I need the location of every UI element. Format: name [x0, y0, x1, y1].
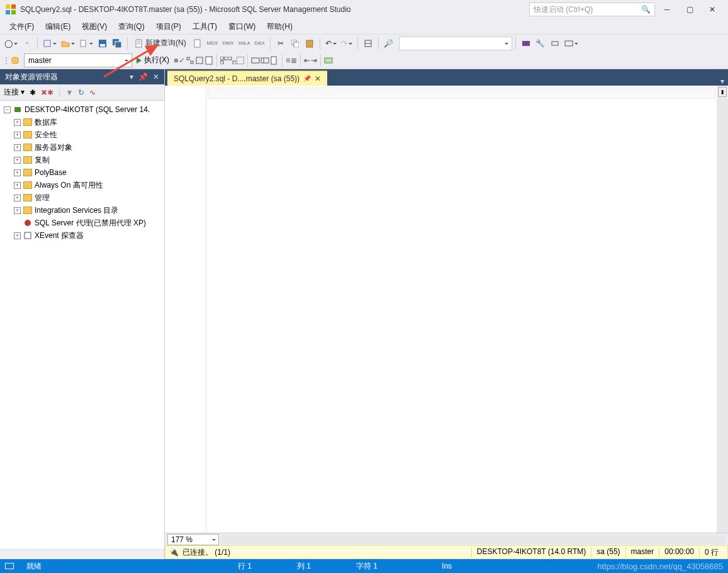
find-input[interactable]: [399, 37, 512, 50]
menu-file[interactable]: 文件(F): [5, 20, 38, 33]
navigate-forward-button[interactable]: •: [20, 37, 34, 50]
dax-query-icon[interactable]: DAX: [252, 37, 266, 50]
decrease-indent-icon[interactable]: ⇤: [304, 56, 310, 65]
tab-close-icon[interactable]: ✕: [315, 74, 321, 83]
database-select[interactable]: master: [24, 54, 132, 67]
sync-icon[interactable]: ∿: [89, 88, 96, 97]
tree-node-xevent[interactable]: +XEvent 探查器: [0, 229, 164, 242]
comment-icon[interactable]: ≡: [286, 56, 290, 65]
maximize-button[interactable]: ▢: [679, 2, 700, 17]
menu-edit[interactable]: 编辑(E): [41, 20, 75, 33]
new-query-button[interactable]: 新建查询(N): [131, 37, 190, 50]
svg-rect-32: [237, 57, 244, 64]
paste-button[interactable]: [303, 37, 316, 50]
editor-vscrollbar[interactable]: [717, 98, 728, 533]
save-button[interactable]: [96, 37, 109, 50]
expand-icon[interactable]: +: [14, 157, 21, 164]
include-plan-icon[interactable]: [228, 57, 236, 64]
tree-server-node[interactable]: − DESKTOP-4IKOT8T (SQL Server 14.: [0, 103, 164, 116]
copy-button[interactable]: [288, 37, 302, 50]
increase-indent-icon[interactable]: ⇥: [311, 56, 317, 65]
panel-pin-icon[interactable]: 📌: [138, 72, 148, 81]
results-to-file-icon[interactable]: [270, 56, 279, 65]
tree-node-agent[interactable]: SQL Server 代理(已禁用代理 XP): [0, 217, 164, 229]
display-plan-icon[interactable]: [186, 56, 194, 65]
registered-servers-icon[interactable]: [548, 37, 562, 50]
quick-launch-input[interactable]: 快速启动 (Ctrl+Q) 🔍: [529, 3, 655, 16]
expand-icon[interactable]: +: [14, 182, 21, 189]
add-item-button[interactable]: [77, 37, 95, 50]
tabs-dropdown-icon[interactable]: ▾: [717, 77, 728, 86]
expand-icon[interactable]: +: [14, 144, 21, 151]
query-options-icon[interactable]: [195, 56, 204, 65]
results-to-text-icon[interactable]: [251, 56, 260, 65]
activity-monitor-icon[interactable]: [519, 37, 533, 50]
template-explorer-icon[interactable]: [563, 37, 580, 50]
xmla-query-icon[interactable]: XMLA: [236, 37, 252, 50]
undo-button[interactable]: ↶: [323, 37, 339, 50]
tree-node-databases[interactable]: +数据库: [0, 116, 164, 128]
tree-node-security[interactable]: +安全性: [0, 128, 164, 141]
split-editor-button[interactable]: ⬍: [718, 87, 727, 97]
collapse-icon[interactable]: −: [4, 106, 11, 113]
sidebar-hscrollbar[interactable]: [0, 549, 164, 559]
panel-dropdown-icon[interactable]: ▾: [130, 72, 133, 81]
expand-icon[interactable]: +: [14, 169, 21, 176]
menu-view[interactable]: 视图(V): [77, 20, 111, 33]
parse-button[interactable]: ✓: [179, 56, 185, 65]
menu-bar: 文件(F) 编辑(E) 视图(V) 查询(Q) 项目(P) 工具(T) 窗口(W…: [0, 19, 728, 34]
debug-button[interactable]: ■: [174, 56, 178, 65]
database-engine-query-icon[interactable]: [191, 37, 204, 50]
document-tab-active[interactable]: SQLQuery2.sql - D....master (sa (55)) 📌 …: [167, 71, 327, 86]
minimize-button[interactable]: ─: [656, 2, 678, 17]
tree-node-management[interactable]: +管理: [0, 191, 164, 204]
menu-query[interactable]: 查询(Q): [114, 20, 148, 33]
tree-node-polybase[interactable]: +PolyBase: [0, 166, 164, 179]
find-button[interactable]: 🔎: [382, 37, 396, 50]
menu-project[interactable]: 项目(P): [152, 20, 186, 33]
object-explorer-tree[interactable]: − DESKTOP-4IKOT8T (SQL Server 14. +数据库 +…: [0, 101, 164, 549]
new-project-button[interactable]: [41, 37, 59, 50]
tree-node-integration[interactable]: +Integration Services 目录: [0, 204, 164, 217]
results-to-grid-icon[interactable]: [260, 56, 269, 65]
close-button[interactable]: ✕: [702, 2, 723, 17]
open-file-button[interactable]: [59, 37, 77, 50]
tree-node-replication[interactable]: +复制: [0, 154, 164, 166]
zoom-select[interactable]: 177 %: [167, 534, 219, 545]
connect-dropdown[interactable]: 连接 ▾: [4, 87, 25, 98]
menu-window[interactable]: 窗口(W): [224, 20, 260, 33]
include-stats-icon[interactable]: [220, 57, 228, 64]
stop-icon[interactable]: ✖✱: [41, 88, 53, 97]
sql-editor[interactable]: [206, 86, 717, 533]
properties-button[interactable]: [361, 37, 375, 50]
menu-help[interactable]: 帮助(H): [262, 20, 297, 33]
disconnect-icon[interactable]: ✱: [30, 88, 36, 97]
cut-button[interactable]: ✂: [274, 37, 288, 50]
save-all-button[interactable]: [110, 37, 124, 50]
expand-icon[interactable]: +: [14, 119, 21, 126]
filter-icon[interactable]: ▼: [65, 88, 73, 97]
expand-icon[interactable]: +: [14, 232, 21, 239]
refresh-icon[interactable]: ↻: [78, 88, 84, 97]
editor-hscrollbar[interactable]: [221, 535, 725, 545]
uncomment-icon[interactable]: ≣: [291, 56, 297, 65]
include-live-stats-icon[interactable]: [237, 57, 244, 64]
change-connection-icon[interactable]: ⋮: [3, 56, 10, 65]
specify-values-icon[interactable]: [324, 56, 333, 65]
tab-pin-icon[interactable]: 📌: [303, 75, 311, 82]
tree-node-server-objects[interactable]: +服务器对象: [0, 141, 164, 154]
expand-icon[interactable]: +: [14, 195, 21, 201]
panel-close-icon[interactable]: ✕: [153, 72, 159, 81]
expand-icon[interactable]: +: [14, 207, 21, 214]
navigate-back-button[interactable]: ◯: [3, 37, 20, 50]
wrench-icon[interactable]: 🔧: [534, 37, 547, 50]
expand-icon[interactable]: +: [14, 132, 21, 139]
execute-button[interactable]: 执行(X): [133, 54, 173, 67]
dmx-query-icon[interactable]: DMX: [220, 37, 235, 50]
mdx-query-icon[interactable]: MDX: [205, 37, 220, 50]
menu-tools[interactable]: 工具(T): [188, 20, 221, 33]
tree-node-alwayson[interactable]: +Always On 高可用性: [0, 179, 164, 191]
available-databases-icon[interactable]: [11, 56, 20, 65]
redo-button[interactable]: ↷: [339, 37, 354, 50]
intellisense-icon[interactable]: [204, 56, 213, 65]
